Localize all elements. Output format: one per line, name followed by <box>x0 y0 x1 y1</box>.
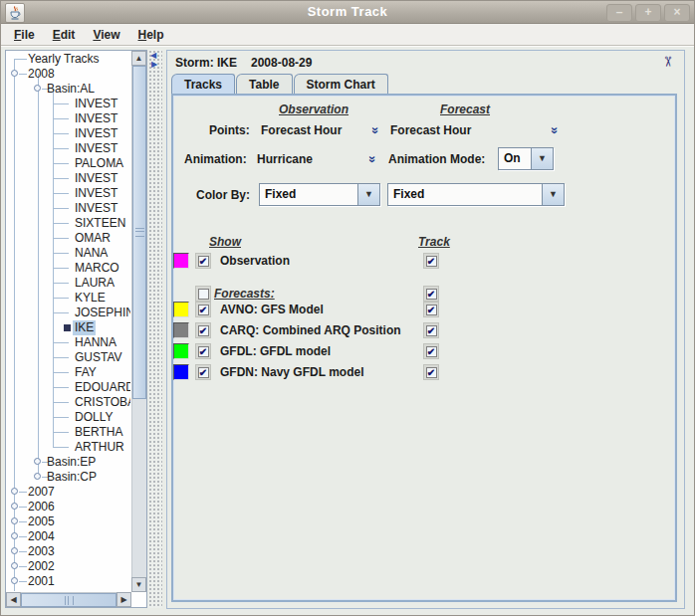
tree-vscroll-thumb[interactable] <box>132 66 146 399</box>
color-swatch[interactable] <box>173 322 189 338</box>
menu-view[interactable]: View <box>84 26 128 44</box>
tree-item-marco[interactable]: MARCO <box>7 261 130 276</box>
expand-handle-icon[interactable] <box>11 503 18 510</box>
animation-mode-select[interactable]: On ▼ <box>498 147 554 170</box>
track-checkbox[interactable]: ✔ <box>423 286 439 302</box>
tree-item-cristobal[interactable]: CRISTOBAL <box>7 395 130 410</box>
tree-scroll-left-button[interactable]: ◀ <box>6 592 21 607</box>
tree-item-invest[interactable]: INVEST <box>7 171 130 186</box>
tree-item-laura[interactable]: LAURA <box>7 276 130 291</box>
collapse-right-icon[interactable]: ▶ <box>151 61 157 69</box>
tree-vertical-scrollbar[interactable] <box>131 66 146 592</box>
colorby-observation-select[interactable]: Fixed ▼ <box>259 183 380 206</box>
track-checkbox[interactable]: ✔ <box>423 302 439 317</box>
tree-item-omar[interactable]: OMAR <box>7 231 130 246</box>
tree-item-yearly-tracks[interactable]: Yearly Tracks <box>7 52 130 67</box>
color-swatch[interactable] <box>173 364 189 380</box>
menu-file[interactable]: File <box>5 26 44 44</box>
expand-handle-icon[interactable] <box>34 458 41 465</box>
collapse-handle-icon[interactable] <box>34 85 41 92</box>
expand-handle-icon[interactable] <box>34 473 41 480</box>
tab-table[interactable]: Table <box>236 74 292 94</box>
expand-handle-icon[interactable] <box>11 547 18 554</box>
collapse-handle-icon[interactable] <box>11 70 18 77</box>
show-checkbox[interactable]: ✔ <box>195 322 211 338</box>
track-checkbox[interactable]: ✔ <box>423 322 439 338</box>
dropdown-arrow-icon[interactable]: ▼ <box>542 184 564 205</box>
menu-edit[interactable]: Edit <box>44 26 85 44</box>
color-swatch[interactable] <box>173 253 189 269</box>
tree-item-invest[interactable]: INVEST <box>7 186 130 201</box>
tree-item-paloma[interactable]: PALOMA <box>7 156 130 171</box>
tree-item-2003[interactable]: 2003 <box>7 544 130 559</box>
collapse-left-icon[interactable]: ◀ <box>150 52 156 60</box>
tree-item-basin-al[interactable]: Basin:AL <box>7 82 130 97</box>
tree-item-2001[interactable]: 2001 <box>7 574 130 589</box>
track-checkbox[interactable]: ✔ <box>423 253 439 269</box>
cut-icon[interactable]: ✂ <box>660 56 676 68</box>
titlebar[interactable]: Storm Track –+× <box>1 1 694 24</box>
tree-item-2006[interactable]: 2006 <box>7 500 130 514</box>
tree-item-invest[interactable]: INVEST <box>7 201 130 216</box>
tree-scroll-up-button[interactable]: ▲ <box>131 51 146 66</box>
colorby-forecast-select[interactable]: Fixed ▼ <box>387 183 565 206</box>
tree-item-josephine[interactable]: JOSEPHINE <box>7 306 130 320</box>
color-swatch[interactable] <box>173 302 189 317</box>
tree-item-ike[interactable]: IKE <box>7 320 130 335</box>
color-swatch[interactable] <box>173 343 189 359</box>
expand-handle-icon[interactable] <box>11 517 18 524</box>
tree-item-basin-ep[interactable]: Basin:EP <box>7 455 130 470</box>
tree-scroll-down-button[interactable]: ▼ <box>131 577 146 592</box>
tree-item-fay[interactable]: FAY <box>7 365 130 380</box>
expand-handle-icon[interactable] <box>11 562 18 569</box>
tree-item-2004[interactable]: 2004 <box>7 529 130 544</box>
points-observation-value[interactable]: Forecast Hour <box>261 123 342 137</box>
tree-scroll-right-button[interactable]: ▶ <box>116 592 131 607</box>
dropdown-arrow-icon[interactable]: ▼ <box>531 148 553 169</box>
storm-tree[interactable]: Yearly Tracks2008Basin:ALINVESTINVESTINV… <box>7 52 130 591</box>
expand-handle-icon[interactable] <box>11 488 18 495</box>
maximize-button[interactable]: + <box>635 4 661 22</box>
show-checkbox[interactable]: ✔ <box>195 364 211 380</box>
tab-storm-chart[interactable]: Storm Chart <box>294 74 388 94</box>
tree-item-invest[interactable]: INVEST <box>7 97 130 111</box>
tree-item-arthur[interactable]: ARTHUR <box>7 440 130 455</box>
tree-item-edouard[interactable]: EDOUARD <box>7 380 130 395</box>
tree-item-kyle[interactable]: KYLE <box>7 291 130 306</box>
tree-item-nana[interactable]: NANA <box>7 246 130 261</box>
tree-item-2008[interactable]: 2008 <box>7 67 130 82</box>
tree-item-2000[interactable]: 2000 <box>7 589 130 591</box>
tree-item-invest[interactable]: INVEST <box>7 126 130 141</box>
points-observation-expand-icon[interactable]: » <box>370 126 380 133</box>
animation-value[interactable]: Hurricane <box>257 152 313 166</box>
close-button[interactable]: × <box>664 4 690 22</box>
tree-item-dolly[interactable]: DOLLY <box>7 410 130 425</box>
tree-item-gustav[interactable]: GUSTAV <box>7 350 130 365</box>
track-checkbox[interactable]: ✔ <box>423 364 439 380</box>
dropdown-arrow-icon[interactable]: ▼ <box>357 184 379 205</box>
expand-handle-icon[interactable] <box>11 577 18 584</box>
menu-help[interactable]: Help <box>129 26 173 44</box>
track-checkbox[interactable]: ✔ <box>423 343 439 359</box>
tree-item-sixteen[interactable]: SIXTEEN <box>7 216 130 231</box>
tree-item-2005[interactable]: 2005 <box>7 514 130 529</box>
tree-item-basin-cp[interactable]: Basin:CP <box>7 470 130 485</box>
points-forecast-expand-icon[interactable]: » <box>550 126 560 133</box>
tree-item-bertha[interactable]: BERTHA <box>7 425 130 440</box>
points-forecast-value[interactable]: Forecast Hour <box>390 123 471 137</box>
tree-hscroll-thumb[interactable] <box>21 593 116 607</box>
show-checkbox[interactable] <box>195 286 211 302</box>
tree-item-hanna[interactable]: HANNA <box>7 335 130 350</box>
tab-tracks[interactable]: Tracks <box>171 74 235 94</box>
tree-item-2002[interactable]: 2002 <box>7 559 130 574</box>
show-checkbox[interactable]: ✔ <box>195 302 211 317</box>
show-checkbox[interactable]: ✔ <box>195 253 211 269</box>
tree-item-2007[interactable]: 2007 <box>7 485 130 500</box>
tree-item-invest[interactable]: INVEST <box>7 111 130 126</box>
minimize-button[interactable]: – <box>606 4 632 22</box>
tree-horizontal-scrollbar[interactable] <box>21 592 131 607</box>
show-checkbox[interactable]: ✔ <box>195 343 211 359</box>
animation-expand-icon[interactable]: » <box>367 155 377 162</box>
tree-item-invest[interactable]: INVEST <box>7 141 130 156</box>
split-pane-divider[interactable]: ◀ ▶ <box>148 50 162 608</box>
